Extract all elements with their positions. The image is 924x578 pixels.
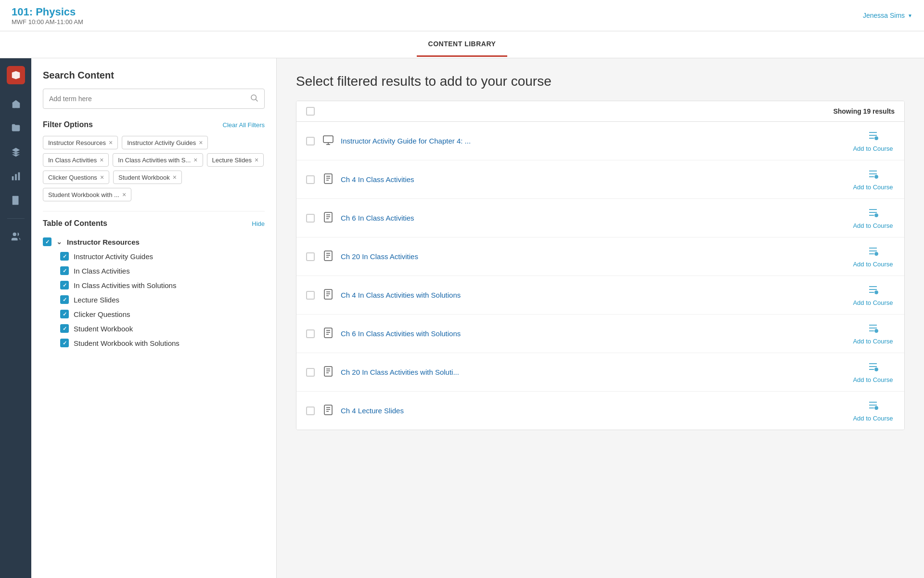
toc-hide-button[interactable]: Hide <box>252 220 265 227</box>
toc-checkbox-student-workbook[interactable] <box>60 324 69 333</box>
layers-icon <box>11 147 21 158</box>
add-to-course-button-8[interactable]: Add to Course <box>851 399 895 422</box>
row-checkbox-1[interactable] <box>306 137 315 145</box>
filter-tag-instructor-activity-guides[interactable]: Instructor Activity Guides × <box>122 136 208 149</box>
nav-layers[interactable] <box>6 142 26 162</box>
select-all-checkbox-box[interactable] <box>306 107 315 116</box>
nav-divider <box>7 218 25 219</box>
filter-tags: Instructor Resources × Instructor Activi… <box>43 136 265 201</box>
toc-item-instructor-activity-guides[interactable]: Instructor Activity Guides <box>43 249 265 263</box>
chevron-down-icon: ⌄ <box>56 238 62 246</box>
nav-users[interactable] <box>6 226 26 247</box>
course-title: 101: Physics <box>12 6 83 18</box>
add-to-course-button-3[interactable]: Add to Course <box>851 207 895 229</box>
results-count: Showing 19 results <box>833 107 895 115</box>
toc-label-clicker-questions: Clicker Questions <box>74 310 130 318</box>
filter-tag-instructor-resources[interactable]: Instructor Resources × <box>43 136 118 149</box>
toc-title: Table of Contents <box>43 219 107 228</box>
toc-item-in-class-activities[interactable]: In Class Activities <box>43 263 265 278</box>
toc-checkbox-clicker-questions[interactable] <box>60 310 69 318</box>
result-row: Instructor Activity Guide for Chapter 4:… <box>296 122 904 160</box>
toc-label-student-workbook-solutions: Student Workbook with Solutions <box>74 339 180 347</box>
result-title-1: Instructor Activity Guide for Chapter 4:… <box>341 136 842 146</box>
add-to-course-button-7[interactable]: Add to Course <box>851 361 895 383</box>
remove-tag-icon[interactable]: × <box>193 156 197 164</box>
result-title-2: Ch 4 In Class Activities <box>341 174 842 184</box>
filter-tag-lecture-slides[interactable]: Lecture Slides × <box>207 153 264 167</box>
result-row: Ch 6 In Class Activities with Solutions … <box>296 315 904 353</box>
toc-item-clicker-questions[interactable]: Clicker Questions <box>43 307 265 321</box>
results-panel: Select filtered results to add to your c… <box>277 58 924 578</box>
svg-rect-13 <box>324 251 332 261</box>
toc-item-student-workbook-solutions[interactable]: Student Workbook with Solutions <box>43 336 265 350</box>
document-icon <box>322 211 334 225</box>
remove-tag-icon[interactable]: × <box>199 139 203 146</box>
notebook-icon <box>11 195 21 206</box>
remove-tag-icon[interactable]: × <box>100 173 104 181</box>
toc-checkbox-instructor-activity-guides[interactable] <box>60 252 69 261</box>
row-checkbox-6[interactable] <box>306 329 315 338</box>
nav-home[interactable] <box>6 94 26 114</box>
nav-chart[interactable] <box>6 166 26 186</box>
document-icon <box>322 289 334 302</box>
toc-checkbox-student-workbook-solutions[interactable] <box>60 339 69 347</box>
remove-tag-icon[interactable]: × <box>100 156 103 164</box>
user-menu[interactable]: Jenessa Sims ▼ <box>863 12 912 19</box>
row-checkbox-8[interactable] <box>306 407 315 415</box>
svg-rect-11 <box>324 212 332 222</box>
document-icon <box>322 404 334 418</box>
row-checkbox-7[interactable] <box>306 368 315 377</box>
clear-filters-button[interactable]: Clear All Filters <box>223 121 265 129</box>
add-label: Add to Course <box>853 145 893 152</box>
result-title-8: Ch 4 Lecture Slides <box>341 406 842 416</box>
result-title-3: Ch 6 In Class Activities <box>341 213 842 223</box>
add-to-course-button-1[interactable]: Add to Course <box>851 130 895 152</box>
top-header: 101: Physics MWF 10:00 AM-11:00 AM Jenes… <box>0 0 924 31</box>
filter-panel: Search Content Filter Options Clear All … <box>31 58 277 578</box>
result-row: Ch 4 In Class Activities Add to Course <box>296 160 904 199</box>
remove-tag-icon[interactable]: × <box>109 139 113 146</box>
add-to-course-button-5[interactable]: Add to Course <box>851 284 895 306</box>
add-icon <box>867 245 879 259</box>
filter-tag-student-workbook[interactable]: Student Workbook × <box>113 171 182 184</box>
row-checkbox-5[interactable] <box>306 291 315 300</box>
nav-folder[interactable] <box>6 118 26 138</box>
toc-item-lecture-slides[interactable]: Lecture Slides <box>43 292 265 307</box>
toc-checkbox-in-class-activities[interactable] <box>60 266 69 275</box>
toc-checkbox-instructor-resources[interactable] <box>43 237 51 246</box>
course-info: 101: Physics MWF 10:00 AM-11:00 AM <box>12 6 83 26</box>
row-checkbox-3[interactable] <box>306 214 315 223</box>
add-label: Add to Course <box>853 184 893 191</box>
remove-tag-icon[interactable]: × <box>122 191 126 198</box>
select-all-checkbox[interactable] <box>306 107 315 116</box>
toc-item-in-class-solutions[interactable]: In Class Activities with Solutions <box>43 278 265 292</box>
toc-label-in-class-activities: In Class Activities <box>74 267 130 275</box>
toc-item-instructor-resources[interactable]: ⌄ Instructor Resources <box>43 235 265 249</box>
svg-rect-0 <box>12 176 13 180</box>
remove-tag-icon[interactable]: × <box>173 173 177 181</box>
tab-content-library[interactable]: CONTENT LIBRARY <box>417 32 508 57</box>
toc-item-student-workbook[interactable]: Student Workbook <box>43 321 265 336</box>
app-logo[interactable] <box>7 66 25 84</box>
result-title-6: Ch 6 In Class Activities with Solutions <box>341 328 842 339</box>
add-to-course-button-4[interactable]: Add to Course <box>851 245 895 268</box>
row-checkbox-2[interactable] <box>306 175 315 184</box>
filter-options-header: Filter Options Clear All Filters <box>43 120 265 129</box>
search-input[interactable] <box>49 95 250 103</box>
add-to-course-button-2[interactable]: Add to Course <box>851 168 895 191</box>
search-heading: Search Content <box>43 70 265 81</box>
tab-bar: CONTENT LIBRARY <box>0 31 924 58</box>
filter-tag-in-class-activities-solutions[interactable]: In Class Activities with S... × <box>113 153 203 167</box>
row-checkbox-4[interactable] <box>306 252 315 261</box>
filter-tag-clicker-questions[interactable]: Clicker Questions × <box>43 171 109 184</box>
search-box[interactable] <box>43 89 265 109</box>
remove-tag-icon[interactable]: × <box>255 156 258 164</box>
nav-notebook[interactable] <box>6 190 26 210</box>
toc-checkbox-lecture-slides[interactable] <box>60 295 69 304</box>
filter-tag-in-class-activities[interactable]: In Class Activities × <box>43 153 109 167</box>
add-label: Add to Course <box>853 415 893 422</box>
add-to-course-button-6[interactable]: Add to Course <box>851 322 895 345</box>
toc-checkbox-in-class-solutions[interactable] <box>60 281 69 289</box>
filter-tag-student-workbook-solutions[interactable]: Student Workbook with ... × <box>43 188 131 201</box>
result-title-7: Ch 20 In Class Activities with Soluti... <box>341 367 842 377</box>
